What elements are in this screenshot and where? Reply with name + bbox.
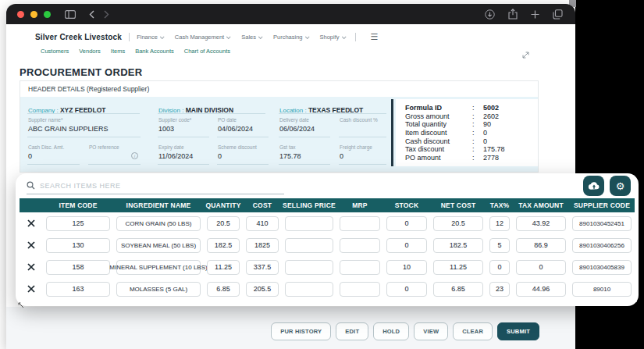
search-items-input[interactable]: [40, 182, 284, 190]
cell-cost[interactable]: 337.5: [246, 260, 279, 275]
view-button[interactable]: VIEW: [414, 322, 448, 340]
cell-tax-amount[interactable]: 0: [516, 260, 566, 275]
cell-supplier-code[interactable]: 8901030406256: [572, 238, 632, 253]
cell-quantity[interactable]: 6.85: [207, 282, 240, 297]
download-icon[interactable]: [485, 9, 495, 20]
settings-gear-button[interactable]: ⚙: [610, 176, 631, 196]
cell-quantity[interactable]: 182.5: [207, 238, 240, 253]
cell-stock[interactable]: 0: [386, 282, 427, 297]
summary-value: 175.78: [483, 145, 505, 153]
zoom-window-button[interactable]: [44, 11, 51, 18]
menu-sales[interactable]: Sales: [241, 34, 262, 41]
cell-stock[interactable]: 10: [386, 260, 427, 275]
delete-row-button[interactable]: [20, 241, 43, 249]
cell-tax-amount[interactable]: 86.9: [516, 238, 566, 253]
cell-stock[interactable]: 0: [386, 216, 427, 231]
field-value-freight-charge[interactable]: 0: [340, 152, 343, 160]
cell-ingredient-name[interactable]: MOLASSES (5 GAL): [116, 282, 201, 297]
minimize-window-button[interactable]: [30, 11, 37, 18]
cell-stock[interactable]: 0: [386, 238, 427, 253]
field-value-expiry-date[interactable]: 11/06/2024: [158, 152, 193, 160]
cell-tax-pct[interactable]: 23: [489, 282, 510, 297]
cell-item-code[interactable]: 158: [46, 260, 110, 275]
cell-mrp[interactable]: [340, 282, 380, 297]
delete-row-button[interactable]: [20, 219, 43, 227]
table-row: 163MOLASSES (5 GAL)6.85205.506.852344.96…: [20, 278, 635, 300]
cell-tax-pct[interactable]: 12: [489, 216, 510, 231]
cell-ingredient-name[interactable]: MINERAL SUPPLEMENT (10 LBS): [116, 260, 201, 275]
cell-item-code[interactable]: 163: [46, 282, 110, 297]
cell-net-cost[interactable]: 20.5: [433, 216, 483, 231]
delete-row-button[interactable]: [20, 263, 43, 271]
column-header-quantity: QUANTITY: [204, 198, 243, 212]
cell-tax-pct[interactable]: 5: [489, 238, 510, 253]
close-window-button[interactable]: [17, 11, 24, 18]
info-icon[interactable]: i: [131, 152, 138, 159]
back-icon[interactable]: [89, 10, 94, 19]
cell-supplier-code[interactable]: 8901030452451: [572, 216, 632, 231]
cell-quantity[interactable]: 11.25: [207, 260, 240, 275]
sidebar-toggle-icon[interactable]: [65, 10, 76, 19]
field-value-delivery-date[interactable]: 06/06/2024: [279, 125, 315, 133]
clear-button[interactable]: CLEAR: [453, 322, 493, 340]
cell-cost[interactable]: 205.5: [246, 282, 279, 297]
org-underline: [158, 113, 265, 114]
cell-cost[interactable]: 1825: [246, 238, 279, 253]
cell-tax-pct[interactable]: 0: [489, 260, 510, 275]
mouse-cursor: [18, 297, 24, 312]
subnav-item-chart-of-accounts[interactable]: Chart of Accounts: [184, 48, 230, 55]
tabs-overview-icon[interactable]: [553, 9, 563, 20]
column-header-stock: STOCK: [383, 198, 430, 212]
new-tab-icon[interactable]: [531, 10, 539, 19]
field-value-po-date[interactable]: 04/06/2024: [218, 125, 253, 133]
field-value-supplier-name[interactable]: ABC GRAIN SUPPLIERS: [28, 125, 109, 133]
subnav-item-customers[interactable]: Customers: [41, 48, 69, 55]
cell-item-code[interactable]: 125: [46, 216, 110, 231]
pur-history-button[interactable]: PUR HISTORY: [271, 322, 331, 340]
delete-row-button[interactable]: [20, 285, 43, 293]
field-value-scheme-discount[interactable]: 0: [218, 152, 222, 160]
submit-button[interactable]: SUBMIT: [497, 322, 539, 340]
cell-ingredient-name[interactable]: CORN GRAIN (50 LBS): [116, 216, 201, 231]
cell-supplier-code[interactable]: 89010: [572, 282, 632, 297]
subnav-item-items[interactable]: Items: [111, 48, 125, 55]
cell-net-cost[interactable]: 6.85: [433, 282, 483, 297]
cell-cost[interactable]: 410: [246, 216, 279, 231]
column-header-tax-amount: TAX AMOUNT: [513, 198, 569, 212]
subnav-item-vendors[interactable]: Vendors: [79, 48, 101, 55]
hold-button[interactable]: HOLD: [373, 322, 409, 340]
cell-selling-price[interactable]: [285, 238, 333, 253]
cell-selling-price[interactable]: [285, 216, 333, 231]
cell-mrp[interactable]: [340, 216, 380, 231]
edit-button[interactable]: EDIT: [336, 322, 368, 340]
cell-selling-price[interactable]: [285, 260, 333, 275]
cell-net-cost[interactable]: 182.5: [433, 238, 483, 253]
expand-diagonal-icon[interactable]: [521, 48, 530, 62]
header-details-panel: Formula ID:5002Gross amount:2602Total qu…: [20, 97, 538, 172]
cell-mrp[interactable]: [340, 260, 380, 275]
menu-purchasing[interactable]: Purchasing: [273, 34, 308, 41]
cloud-upload-button[interactable]: [583, 176, 604, 196]
summary-label: Tax discount: [405, 145, 472, 153]
cell-item-code[interactable]: 130: [46, 238, 110, 253]
field-value-cash-disc-amt[interactable]: 0: [28, 152, 32, 160]
subnav-item-bank-accounts[interactable]: Bank Accounts: [135, 48, 174, 55]
share-icon[interactable]: [508, 9, 518, 20]
cell-supplier-code[interactable]: 8901030405839: [572, 260, 632, 275]
cell-mrp[interactable]: [340, 238, 380, 253]
field-value-gst-tax[interactable]: 175.78: [279, 152, 301, 160]
menu-cash-management[interactable]: Cash Management: [175, 34, 229, 41]
cell-net-cost[interactable]: 11.25: [433, 260, 483, 275]
menu-finance[interactable]: Finance: [137, 34, 163, 41]
cell-ingredient-name[interactable]: SOYBEAN MEAL (50 LBS): [116, 238, 201, 253]
cell-quantity[interactable]: 20.5: [207, 216, 240, 231]
search-field[interactable]: [27, 177, 284, 194]
forward-icon[interactable]: [104, 10, 109, 19]
field-label-cash-disc-amt: Cash Disc. Amt.: [28, 144, 64, 150]
cell-tax-amount[interactable]: 44.96: [516, 282, 566, 297]
cell-selling-price[interactable]: [285, 282, 333, 297]
cell-tax-amount[interactable]: 43.92: [516, 216, 566, 231]
menu-shopify[interactable]: Shopify: [320, 34, 345, 41]
hamburger-menu-icon[interactable]: ☰: [371, 32, 379, 42]
field-value-supplier-code[interactable]: 1003: [158, 125, 174, 133]
